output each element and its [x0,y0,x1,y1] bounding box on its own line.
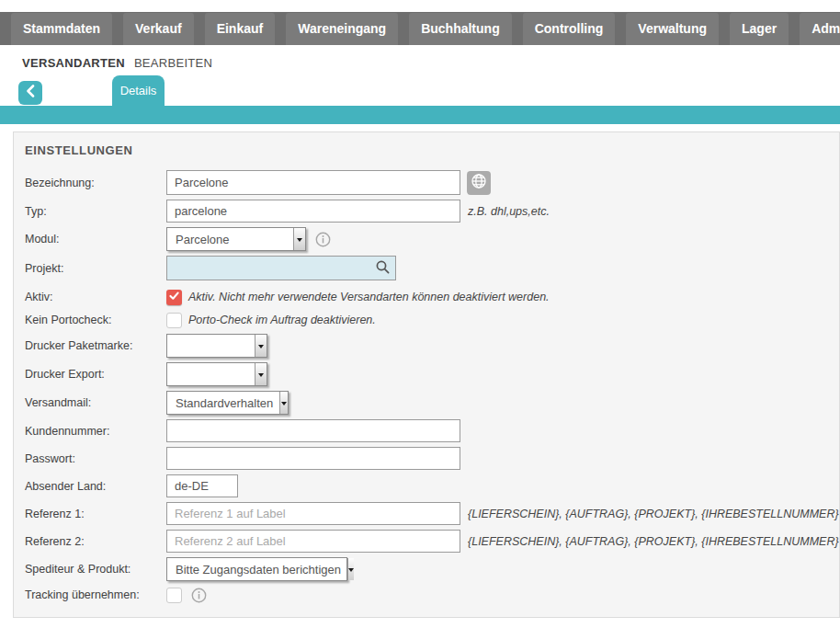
referenz2-label: Referenz 2: [25,535,166,548]
nav-item-lager[interactable]: Lager [730,13,789,45]
modul-info-icon[interactable] [315,232,331,247]
kundennummer-input[interactable] [166,419,460,442]
modul-select[interactable]: Parcelone [166,227,306,251]
nav-item-einkauf[interactable]: Einkauf [205,13,276,45]
field-row-versandmail: Versandmail: Standardverhalten [25,391,839,415]
globe-icon [471,173,487,193]
field-row-projekt: Projekt: [25,256,839,280]
absender-land-input[interactable] [166,474,238,497]
nav-item-admin[interactable]: Admin [800,13,840,45]
chevron-down-icon [255,335,267,357]
field-row-bezeichnung: Bezeichnung: [25,170,839,195]
aktiv-label: Aktiv: [25,291,166,303]
field-row-tracking: Tracking übernehmen: [25,586,839,604]
drucker-paketmarke-label: Drucker Paketmarke: [25,339,166,352]
field-row-referenz1: Referenz 1: {LIEFERSCHEIN}, {AUFTRAG}, {… [25,502,839,525]
field-row-typ: Typ: z.B. dhl,ups,etc. [25,200,839,223]
modul-select-value: Parcelone [167,228,293,250]
tab-details[interactable]: Details [112,75,165,106]
kundennummer-label: Kundennummer: [25,425,166,438]
field-row-referenz2: Referenz 2: {LIEFERSCHEIN}, {AUFTRAG}, {… [25,530,839,553]
search-icon[interactable] [375,259,391,279]
tracking-info-icon[interactable] [191,588,207,603]
drucker-paketmarke-select[interactable] [166,334,267,358]
kein-portocheck-label: Kein Portocheck: [25,314,166,326]
field-row-modul: Modul: Parcelone [25,227,839,251]
referenz2-hint: {LIEFERSCHEIN}, {AUFTRAG}, {PROJEKT}, {I… [468,535,839,548]
spediteur-produkt-select-value: Bitte Zugangsdaten berichtigen [167,558,347,580]
nav-item-verwaltung[interactable]: Verwaltung [626,13,719,45]
typ-label: Typ: [25,205,166,218]
kein-portocheck-hint: Porto-Check im Auftrag deaktivieren. [188,314,376,326]
aktiv-checkbox[interactable] [166,290,182,305]
accent-bar [0,106,840,124]
passwort-label: Passwort: [25,452,166,465]
check-icon [168,289,180,305]
nav-item-stammdaten[interactable]: Stammdaten [11,13,112,45]
modul-label: Modul: [25,233,166,245]
bezeichnung-label: Bezeichnung: [25,177,166,189]
breadcrumb: VERSANDARTEN BEARBEITEN [0,45,840,75]
drucker-export-select-value [167,363,255,385]
referenz1-hint: {LIEFERSCHEIN}, {AUFTRAG}, {PROJEKT}, {I… [468,508,839,520]
main-nav: Stammdaten Verkauf Einkauf Wareneingang … [0,12,840,45]
referenz1-input[interactable] [166,502,460,525]
chevron-down-icon [279,392,288,414]
chevron-down-icon [293,228,305,250]
tab-row: Details [0,75,840,106]
spediteur-produkt-label: Spediteur & Produkt: [25,563,166,576]
projekt-search-input[interactable] [166,256,396,280]
translate-button[interactable] [467,171,491,195]
field-row-aktiv: Aktiv: Aktiv. Nicht mehr verwendete Vers… [25,288,839,306]
breadcrumb-action: BEARBEITEN [134,56,212,70]
bezeichnung-input[interactable] [166,170,460,195]
field-row-absender-land: Absender Land: [25,474,839,497]
field-row-passwort: Passwort: [25,447,839,470]
back-button[interactable] [18,81,42,105]
versandmail-label: Versandmail: [25,396,166,409]
nav-item-buchhaltung[interactable]: Buchhaltung [409,13,512,45]
section-title: EINSTELLUNGEN [25,143,839,157]
nav-item-controlling[interactable]: Controlling [523,13,616,45]
tracking-label: Tracking übernehmen: [25,588,166,601]
versandmail-select[interactable]: Standardverhalten [166,391,289,415]
drucker-export-select[interactable] [166,362,267,386]
typ-hint: z.B. dhl,ups,etc. [468,205,550,218]
drucker-paketmarke-select-value [167,335,255,357]
referenz2-input[interactable] [166,530,460,553]
projekt-label: Projekt: [25,262,166,275]
settings-panel: EINSTELLUNGEN Bezeichnung: Typ: z.B. dhl… [13,131,840,618]
breadcrumb-module: VERSANDARTEN [22,56,125,70]
chevron-down-icon [347,558,354,580]
nav-item-wareneingang[interactable]: Wareneingang [286,13,398,45]
field-row-kein-portocheck: Kein Portocheck: Porto-Check im Auftrag … [25,311,839,329]
typ-input[interactable] [166,200,460,223]
chevron-left-icon [26,85,35,101]
chevron-down-icon [255,363,267,385]
field-row-drucker-paketmarke: Drucker Paketmarke: [25,334,839,358]
versandmail-select-value: Standardverhalten [167,392,279,414]
tracking-checkbox[interactable] [166,588,182,603]
field-row-kundennummer: Kundennummer: [25,419,839,442]
spediteur-produkt-select[interactable]: Bitte Zugangsdaten berichtigen [166,557,347,581]
field-row-spediteur-produkt: Spediteur & Produkt: Bitte Zugangsdaten … [25,557,839,581]
kein-portocheck-checkbox[interactable] [166,313,182,328]
absender-land-label: Absender Land: [25,480,166,493]
passwort-input[interactable] [166,447,460,470]
referenz1-label: Referenz 1: [25,508,166,520]
drucker-export-label: Drucker Export: [25,368,166,381]
field-row-drucker-export: Drucker Export: [25,362,839,386]
aktiv-hint: Aktiv. Nicht mehr verwendete Versandarte… [188,291,550,303]
top-strip [0,0,840,12]
nav-item-verkauf[interactable]: Verkauf [123,13,194,45]
